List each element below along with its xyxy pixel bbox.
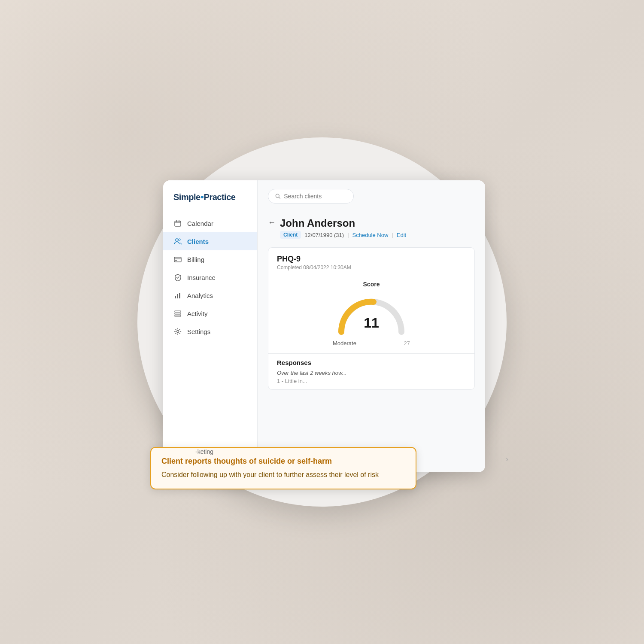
top-bar [258, 180, 485, 210]
insurance-icon [173, 273, 182, 282]
main-content: ← John Anderson Client 12/07/1990 (31) |… [258, 180, 485, 472]
response-question: Over the last 2 weeks how... [277, 370, 466, 376]
svg-rect-8 [175, 260, 177, 261]
content-area: ← John Anderson Client 12/07/1990 (31) |… [258, 210, 485, 472]
analytics-icon [173, 291, 182, 300]
phq-title: PHQ-9 [277, 255, 466, 264]
search-input[interactable] [284, 193, 346, 200]
client-header: ← John Anderson Client 12/07/1990 (31) |… [268, 217, 475, 239]
sidebar-item-label: Activity [187, 310, 208, 317]
meta-divider: | [347, 232, 349, 238]
sidebar-item-analytics[interactable]: Analytics [163, 286, 257, 304]
phq-section: PHQ-9 Completed 08/04/2022 10:30AM Score [268, 247, 475, 390]
gauge-max: 27 [404, 340, 410, 346]
phq-completed: Completed 08/04/2022 10:30AM [277, 264, 466, 270]
client-dob: 12/07/1990 (31) [304, 232, 344, 238]
client-name: John Anderson [280, 217, 406, 229]
sidebar-item-label: Clients [187, 238, 209, 245]
activity-icon [173, 309, 182, 318]
svg-point-15 [177, 331, 179, 333]
sidebar-item-activity[interactable]: Activity [163, 304, 257, 322]
svg-point-5 [179, 239, 180, 240]
svg-rect-12 [175, 311, 181, 312]
svg-rect-0 [175, 221, 181, 226]
phq-header: PHQ-9 Completed 08/04/2022 10:30AM [268, 248, 474, 274]
calendar-icon [173, 219, 182, 228]
sidebar-item-label: Insurance [187, 274, 216, 281]
alert-title: Client reports thoughts of suicide or se… [161, 456, 405, 466]
svg-rect-10 [177, 294, 178, 298]
score-label: Score [363, 281, 380, 288]
sidebar-item-calendar[interactable]: Calendar [163, 214, 257, 232]
back-button[interactable]: ← [268, 218, 276, 227]
svg-line-17 [279, 197, 280, 198]
gauge-container: Score 11 Moderate [328, 281, 414, 346]
billing-icon [173, 255, 182, 264]
responses-title: Responses [277, 359, 466, 366]
svg-rect-9 [175, 296, 176, 298]
sidebar-item-billing[interactable]: Billing [163, 250, 257, 268]
sidebar-item-clients[interactable]: Clients [163, 232, 257, 250]
sidebar: SimplePractice Calendar [163, 180, 258, 472]
alert-box: Client reports thoughts of suicide or se… [150, 447, 416, 489]
svg-text:11: 11 [364, 315, 379, 331]
clients-icon [173, 237, 182, 246]
client-meta: Client 12/07/1990 (31) | Schedule Now | … [280, 231, 406, 239]
marketing-partial-text: -keting [195, 448, 213, 455]
chevron-right-icon[interactable]: › [506, 455, 508, 464]
app-logo: SimplePractice [163, 192, 257, 214]
schedule-now-link[interactable]: Schedule Now [352, 232, 389, 238]
svg-rect-13 [175, 313, 181, 314]
response-answer: 1 - Little in... [277, 378, 466, 384]
gauge-chart: 11 [333, 291, 410, 338]
gauge-bottom-labels: Moderate 27 [333, 340, 410, 346]
score-section: Score 11 Moderate [268, 274, 474, 353]
sidebar-item-insurance[interactable]: Insurance [163, 268, 257, 286]
edit-link[interactable]: Edit [397, 232, 406, 238]
settings-icon [173, 327, 182, 336]
search-icon [275, 193, 280, 199]
sidebar-item-label: Billing [187, 256, 204, 263]
search-bar[interactable] [268, 189, 354, 204]
sidebar-item-settings[interactable]: Settings [163, 322, 257, 340]
app-window: SimplePractice Calendar [163, 180, 485, 472]
sidebar-item-label: Calendar [187, 220, 213, 227]
meta-divider-2: | [392, 232, 393, 238]
sidebar-item-label: Analytics [187, 292, 213, 299]
svg-rect-6 [174, 257, 181, 262]
client-tag: Client [280, 231, 301, 239]
svg-point-4 [176, 239, 178, 241]
gauge-category: Moderate [333, 340, 356, 346]
responses-section: Responses Over the last 2 weeks how... 1… [268, 353, 474, 389]
svg-rect-14 [175, 315, 181, 316]
sidebar-item-label: Settings [187, 328, 210, 335]
alert-body: Consider following up with your client t… [161, 470, 405, 480]
svg-rect-11 [179, 293, 180, 298]
